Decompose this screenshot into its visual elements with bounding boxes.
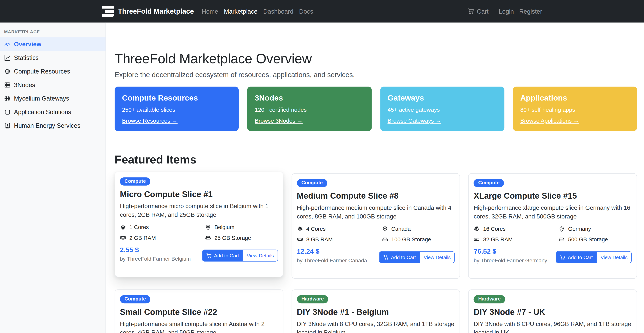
speedometer-icon (4, 41, 11, 47)
sidebar-item-label: Mycelium Gateways (14, 95, 69, 102)
item-button-group: Add to Cart View Details (379, 251, 455, 263)
location-pin-icon (205, 224, 211, 230)
cpu-icon (4, 68, 11, 74)
nav-link-home[interactable]: Home (202, 8, 218, 15)
register-link[interactable]: Register (519, 8, 542, 15)
sidebar-item-statistics[interactable]: Statistics (0, 51, 106, 64)
nav-link-docs[interactable]: Docs (299, 8, 313, 15)
app-window: ThreeFold Marketplace Home Marketplace D… (0, 0, 644, 333)
sidebar-item-label: Statistics (14, 54, 38, 61)
brand-link[interactable]: ThreeFold Marketplace (102, 5, 194, 17)
ram-icon (474, 236, 480, 243)
featured-item-card: Compute XLarge Compute Slice #15 High-pe… (468, 173, 637, 279)
sidebar-item-overview[interactable]: Overview (0, 37, 106, 51)
item-description: High-performance micro compute slice in … (120, 202, 278, 219)
item-footer: 76.52 $ by ThreeFold Farmer Germany Add … (474, 248, 632, 264)
ram-icon (297, 236, 303, 243)
sidebar-item-3nodes[interactable]: 3Nodes (0, 78, 106, 92)
browse-resources-link[interactable]: Browse Resources → (122, 117, 178, 124)
main-content: ThreeFold Marketplace Overview Explore t… (106, 22, 644, 333)
spec-cores: 1 Cores (120, 224, 205, 230)
price: 2.55 $ (120, 246, 191, 254)
nav-right-group: Cart Login Register (468, 8, 542, 15)
view-details-button[interactable]: View Details (420, 252, 454, 263)
spec-storage: 500 GB Storage (559, 236, 632, 243)
sidebar: MARKETPLACE Overview Statistics Compute … (0, 22, 106, 333)
spec-location: Belgium (205, 224, 278, 230)
price: 12.24 $ (297, 248, 367, 256)
nav-link-marketplace[interactable]: Marketplace (224, 8, 257, 15)
category-badge: Compute (474, 179, 504, 187)
category-stat: 120+ certified nodes (255, 106, 307, 113)
sidebar-item-mycelium-gateways[interactable]: Mycelium Gateways (0, 91, 106, 105)
spec-cores: 16 Cores (474, 226, 559, 232)
item-description: DIY 3Node with 8 CPU cores, 32GB RAM, an… (297, 320, 455, 333)
cart-icon (468, 8, 474, 15)
browse-gateways-link[interactable]: Browse Gateways → (388, 117, 441, 124)
graph-icon (4, 54, 11, 61)
cpu-icon (297, 226, 303, 232)
add-to-cart-button[interactable]: Add to Cart (380, 252, 420, 263)
spec-value: Germany (568, 226, 591, 232)
item-title: DIY 3Node #7 - UK (474, 307, 545, 317)
item-description: High-performance small compute slice in … (120, 320, 278, 333)
spec-location: Canada (382, 226, 455, 232)
spec-value: 32 GB RAM (483, 236, 512, 243)
featured-item-card: Compute Medium Compute Slice #8 High-per… (292, 173, 460, 279)
person-badge-icon (4, 122, 11, 129)
view-details-button[interactable]: View Details (596, 252, 631, 263)
cart-plus-icon (206, 253, 212, 259)
page-title: ThreeFold Marketplace Overview (114, 50, 637, 67)
spec-value: 1 Cores (129, 224, 149, 230)
category-stat: 250+ available slices (122, 106, 175, 113)
add-to-cart-label: Add to Cart (391, 255, 416, 260)
login-link[interactable]: Login (499, 8, 514, 15)
category-badge: Compute (120, 177, 150, 185)
sidebar-item-human-energy-services[interactable]: Human Energy Services (0, 119, 106, 132)
sidebar-item-label: Human Energy Services (14, 122, 80, 129)
seller: by ThreeFold Farmer Canada (297, 258, 367, 264)
add-to-cart-button[interactable]: Add to Cart (556, 252, 596, 263)
sidebar-item-compute-resources[interactable]: Compute Resources (0, 64, 106, 78)
category-card-grid: Compute Resources 250+ available slices … (114, 86, 637, 131)
spec-storage: 25 GB Storage (205, 235, 278, 241)
featured-item-grid: Compute Micro Compute Slice #1 High-perf… (114, 173, 637, 333)
location-pin-icon (382, 226, 388, 232)
cart-link[interactable]: Cart (468, 8, 488, 15)
sidebar-item-label: Compute Resources (14, 68, 70, 75)
featured-item-card: Hardware DIY 3Node #1 - Belgium DIY 3Nod… (292, 290, 460, 333)
spec-value: 2 GB RAM (129, 235, 156, 241)
add-to-cart-label: Add to Cart (214, 253, 239, 259)
item-title: XLarge Compute Slice #15 (474, 191, 577, 201)
cart-label: Cart (477, 8, 488, 15)
page-subtitle: Explore the decentralized ecosystem of r… (114, 70, 637, 79)
spec-value: 16 Cores (483, 226, 506, 232)
item-footer: 12.24 $ by ThreeFold Farmer Canada Add t… (297, 248, 455, 264)
item-title: Medium Compute Slice #8 (297, 191, 398, 201)
spec-list: 4 Cores Canada 8 GB RAM 100 GB Storage (297, 226, 455, 243)
cpu-icon (120, 224, 126, 230)
box-icon (4, 109, 11, 115)
category-title: 3Nodes (255, 93, 283, 103)
add-to-cart-button[interactable]: Add to Cart (202, 250, 242, 261)
category-title: Applications (520, 93, 567, 103)
spec-value: Belgium (214, 224, 234, 230)
spec-list: 16 Cores Germany 32 GB RAM 500 GB Storag… (474, 226, 632, 243)
item-title: DIY 3Node #1 - Belgium (297, 307, 389, 317)
spec-ram: 2 GB RAM (120, 235, 205, 241)
top-navbar: ThreeFold Marketplace Home Marketplace D… (0, 0, 644, 22)
storage-icon (382, 236, 388, 243)
sidebar-item-label: 3Nodes (14, 81, 35, 88)
storage-icon (559, 236, 565, 243)
item-title: Micro Compute Slice #1 (120, 189, 212, 199)
item-description: High-performance xlarge compute slice in… (474, 204, 632, 221)
globe-icon (4, 95, 11, 102)
cart-plus-icon (383, 255, 389, 260)
browse-applications-link[interactable]: Browse Applications → (520, 117, 579, 124)
spec-value: Canada (391, 226, 411, 232)
nav-link-dashboard[interactable]: Dashboard (263, 8, 293, 15)
sidebar-item-application-solutions[interactable]: Application Solutions (0, 105, 106, 119)
browse-3nodes-link[interactable]: Browse 3Nodes → (255, 117, 303, 124)
spec-value: 8 GB RAM (306, 236, 333, 243)
view-details-button[interactable]: View Details (242, 250, 278, 261)
